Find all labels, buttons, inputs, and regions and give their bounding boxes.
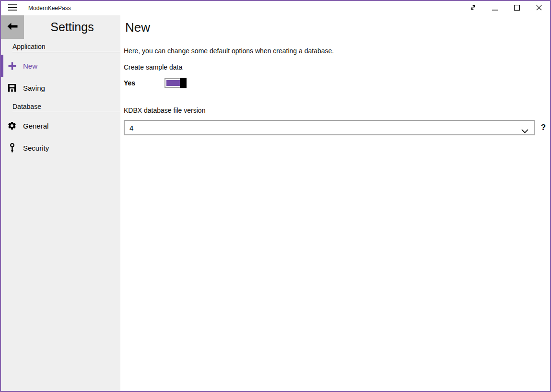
fullscreen-icon (469, 4, 477, 12)
page-description: Here, you can change some default option… (124, 47, 547, 55)
toggle-state-label: Yes (124, 79, 164, 87)
help-button[interactable]: ? (539, 123, 547, 132)
back-arrow-icon (7, 22, 18, 32)
kdbx-version-row: 4 ? (124, 120, 547, 135)
back-button[interactable] (1, 15, 24, 39)
hamburger-icon (8, 4, 17, 12)
window-controls (462, 1, 550, 15)
sidebar-item-general[interactable]: General (1, 115, 120, 137)
sidebar-title: Settings (50, 20, 94, 34)
sample-data-toggle-row: Yes (124, 77, 547, 89)
sidebar-item-label: General (23, 122, 48, 130)
maximize-button[interactable] (506, 1, 528, 15)
settings-page-new: New Here, you can change some default op… (120, 15, 550, 391)
app-title: ModernKeePass (28, 5, 71, 12)
section-header-application: Application (12, 42, 120, 52)
fullscreen-button[interactable] (462, 1, 484, 15)
close-button[interactable] (528, 1, 550, 15)
page-title: New (125, 19, 547, 36)
sidebar-item-new[interactable]: New (1, 55, 120, 77)
key-icon (7, 143, 17, 153)
kdbx-version-value: 4 (129, 124, 133, 132)
sidebar-item-label: Saving (23, 84, 45, 92)
chevron-down-icon (521, 127, 528, 135)
sidebar-item-saving[interactable]: Saving (1, 77, 120, 99)
kdbx-version-label: KDBX database file version (124, 107, 547, 114)
plus-icon (7, 61, 17, 71)
sample-data-toggle[interactable] (164, 78, 186, 88)
gear-icon (7, 121, 17, 131)
titlebar: ModernKeePass (1, 1, 550, 15)
sidebar-header: Settings (1, 15, 120, 39)
save-icon (7, 83, 17, 92)
settings-sidebar: Settings Application New Saving Database (1, 15, 120, 391)
minimize-button[interactable] (484, 1, 506, 15)
sidebar-item-security[interactable]: Security (1, 137, 120, 159)
maximize-icon (514, 5, 520, 12)
minimize-icon (492, 5, 498, 12)
sidebar-item-label: New (23, 62, 37, 70)
close-icon (536, 5, 542, 12)
sidebar-item-label: Security (23, 144, 49, 152)
section-header-database: Database (12, 102, 120, 112)
sample-data-label: Create sample data (124, 63, 547, 71)
toggle-knob[interactable] (180, 78, 187, 88)
hamburger-menu-button[interactable] (1, 1, 24, 15)
kdbx-version-dropdown[interactable]: 4 (124, 120, 535, 135)
app-window: ModernKeePass (0, 0, 551, 392)
